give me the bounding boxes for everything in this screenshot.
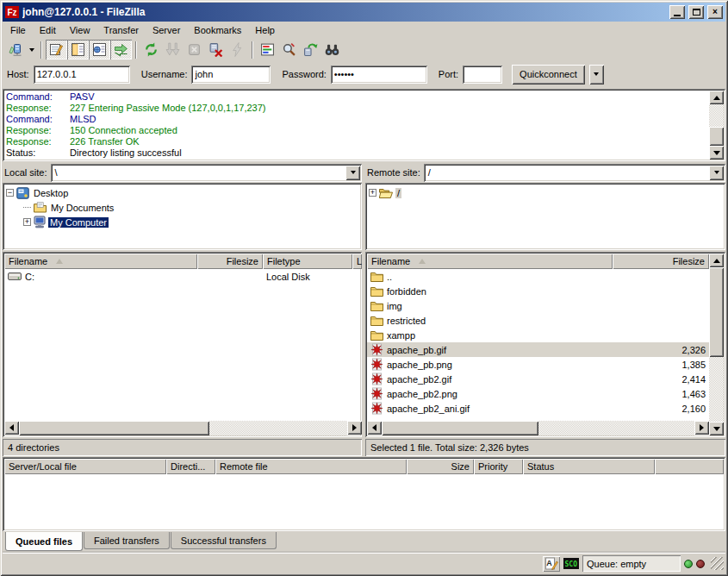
expand-icon[interactable]: + (369, 189, 376, 197)
scroll-track[interactable] (19, 421, 347, 435)
chevron-down-icon (351, 171, 356, 174)
queue-column-header-remote-file[interactable]: Remote file (215, 459, 407, 474)
scroll-left-button[interactable] (367, 421, 382, 435)
site-manager-button-dropdown[interactable] (26, 40, 37, 59)
queue-column-header-server-local-file[interactable]: Server/Local file (4, 459, 166, 474)
log-scrollbar[interactable] (709, 91, 724, 160)
tree-item-my-computer[interactable]: +My Computer (4, 215, 360, 229)
scroll-track[interactable] (709, 104, 724, 146)
scroll-up-button[interactable] (709, 254, 724, 267)
column-header-filesize[interactable]: Filesize (613, 254, 709, 269)
queue-column-header-directi[interactable]: Directi... (166, 459, 215, 474)
tree-item-desktop[interactable]: −Desktop (4, 185, 360, 200)
remote-horizontal-scrollbar[interactable] (367, 421, 709, 435)
file-row-c[interactable]: C:Local Disk (4, 269, 362, 284)
filename-cell: apache_pb.png (367, 358, 613, 371)
remote-status-text: Selected 1 file. Total size: 2,326 bytes (370, 442, 529, 453)
resize-grip[interactable] (711, 557, 724, 570)
scroll-thumb[interactable] (19, 421, 209, 435)
process-queue-icon (165, 42, 180, 57)
transfer-type-ascii-icon[interactable]: A (543, 556, 560, 572)
refresh-button[interactable] (140, 40, 162, 59)
scroll-left-button[interactable] (4, 421, 19, 435)
menu-item-server[interactable]: Server (146, 23, 187, 37)
file-row-apache-pb2-gif[interactable]: apache_pb2.gif2,414 (367, 372, 709, 386)
close-button[interactable]: × (707, 5, 723, 19)
tree-item-item[interactable]: +/ (367, 185, 724, 200)
synchronized-browsing-button[interactable] (300, 40, 321, 59)
local-site-dropdown-button[interactable] (345, 166, 360, 180)
expand-icon[interactable]: + (23, 218, 31, 226)
tab-failed-transfers[interactable]: Failed transfers (84, 532, 170, 549)
scroll-down-button[interactable] (709, 422, 724, 435)
filename-text: .. (387, 272, 392, 282)
menu-item-bookmarks[interactable]: Bookmarks (187, 23, 248, 37)
quickconnect-dropdown-button[interactable] (589, 65, 604, 85)
scroll-right-button[interactable] (694, 421, 709, 435)
site-manager-button[interactable] (4, 40, 26, 59)
log-line-message: MLSD (70, 114, 96, 125)
remote-vertical-scrollbar[interactable] (709, 254, 724, 435)
tab-label: Failed transfers (94, 535, 159, 546)
scroll-thumb[interactable] (709, 267, 724, 357)
column-header-l[interactable]: L (352, 254, 362, 269)
toggle-remote-tree-button[interactable] (89, 40, 110, 59)
scroll-thumb[interactable] (709, 127, 724, 146)
file-row-xampp[interactable]: xampp (367, 328, 709, 342)
local-site-combobox[interactable]: \ (51, 164, 362, 182)
menu-bar: FileEditViewTransferServerBookmarksHelp (3, 22, 725, 38)
file-row-item[interactable]: .. (367, 269, 709, 284)
column-header-filename[interactable]: Filename (367, 254, 613, 269)
local-horizontal-scrollbar[interactable] (4, 421, 362, 435)
username-input[interactable] (191, 66, 271, 84)
collapse-icon[interactable]: − (6, 189, 14, 197)
scroll-right-button[interactable] (347, 421, 362, 435)
queue-column-header-status[interactable]: Status (523, 459, 655, 474)
scroll-track[interactable] (709, 267, 724, 422)
scroll-down-button[interactable] (709, 146, 724, 160)
filesize-text: 2,160 (681, 404, 706, 414)
scroll-thumb[interactable] (382, 421, 538, 435)
scroll-up-button[interactable] (709, 91, 724, 104)
directory-comparison-button[interactable] (321, 40, 343, 59)
scroll-track[interactable] (382, 421, 694, 435)
tree-item-my-documents[interactable]: My Documents (4, 200, 360, 215)
menu-item-help[interactable]: Help (248, 23, 282, 37)
column-header-filesize[interactable]: Filesize (197, 254, 263, 269)
minimize-button[interactable] (669, 5, 685, 19)
toggle-log-view-button[interactable] (46, 40, 67, 59)
menu-item-edit[interactable]: Edit (33, 23, 63, 37)
menu-item-view[interactable]: View (63, 23, 97, 37)
file-row-apache-pb-png[interactable]: apache_pb.png1,385 (367, 357, 709, 372)
queue-column-header-priority[interactable]: Priority (474, 459, 523, 474)
main-area: Local site: \ −DesktopMy Documents+My Co… (3, 163, 725, 456)
toggle-queue-view-button[interactable] (110, 40, 132, 59)
host-input[interactable] (34, 66, 130, 84)
column-header-filename[interactable]: Filename (4, 254, 197, 269)
arrow-right-icon (352, 424, 357, 431)
tab-queued-files[interactable]: Queued files (5, 532, 83, 551)
file-row-apache-pb2-png[interactable]: apache_pb2.png1,463 (367, 386, 709, 401)
quickconnect-button[interactable]: Quickconnect (512, 65, 585, 85)
file-row-restricted[interactable]: restricted (367, 313, 709, 328)
filter-button[interactable] (257, 40, 278, 59)
column-header-label: Filetype (267, 256, 301, 266)
column-header-filetype[interactable]: Filetype (263, 254, 352, 269)
file-row-apache-pb-gif[interactable]: apache_pb.gif2,326 (367, 342, 709, 357)
remote-site-dropdown-button[interactable] (709, 166, 724, 180)
maximize-button[interactable] (688, 5, 704, 19)
tab-successful-transfers[interactable]: Successful transfers (171, 532, 277, 549)
menu-item-file[interactable]: File (3, 23, 33, 37)
file-row-apache-pb2-ani-gif[interactable]: apache_pb2_ani.gif2,160 (367, 401, 709, 416)
port-input[interactable] (463, 66, 502, 84)
menu-item-transfer[interactable]: Transfer (96, 23, 146, 37)
disconnect-button[interactable] (205, 40, 227, 59)
remote-site-combobox[interactable]: / (424, 164, 725, 182)
file-row-img[interactable]: img (367, 298, 709, 313)
find-files-button[interactable] (278, 40, 300, 59)
toggle-local-tree-button[interactable] (67, 40, 89, 59)
title-bar: Fz john@127.0.0.1 - FileZilla × (3, 3, 725, 22)
file-row-forbidden[interactable]: forbidden (367, 284, 709, 298)
queue-column-header-size[interactable]: Size (407, 459, 474, 474)
password-input[interactable] (331, 66, 427, 84)
